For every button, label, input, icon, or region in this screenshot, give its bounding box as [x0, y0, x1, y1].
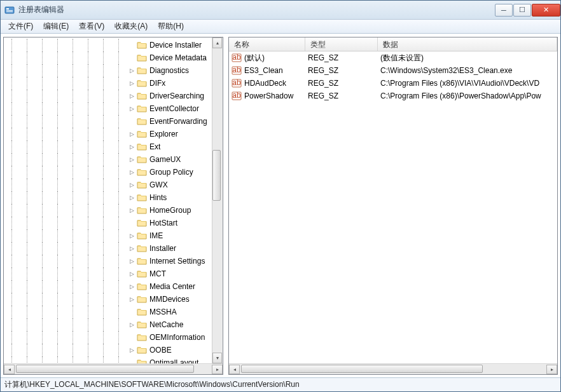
expander-icon[interactable]: ▷	[128, 169, 135, 176]
expander-icon[interactable]: ▷	[128, 347, 135, 354]
menu-bar: 文件(F) 编辑(E) 查看(V) 收藏夹(A) 帮助(H)	[1, 20, 560, 34]
tree-item[interactable]: ▷MMDevices	[6, 293, 223, 306]
expander-icon[interactable]: ▷	[128, 207, 135, 214]
tree-item[interactable]: ▷OOBE	[6, 344, 223, 356]
scroll-thumb[interactable]	[241, 365, 483, 373]
tree-item[interactable]: ▷DIFx	[6, 77, 223, 90]
maximize-button[interactable]: ☐	[513, 4, 531, 17]
tree-item[interactable]: ▷EventCollector	[6, 102, 223, 115]
menu-favorites[interactable]: 收藏夹(A)	[109, 20, 153, 33]
tree-item[interactable]: OEMInformation	[6, 331, 223, 344]
svg-rect-1	[6, 8, 9, 10]
tree-item[interactable]: ▷Hints	[6, 191, 223, 204]
tree-item[interactable]: ▷Ext	[6, 140, 223, 153]
scroll-right-button[interactable]: ▸	[212, 365, 223, 374]
expander-icon[interactable]: ▷	[128, 105, 135, 112]
value-name: PowerShadow	[244, 91, 293, 100]
tree-item-label: OptimalLayout	[149, 358, 198, 363]
scroll-down-button[interactable]: ▾	[212, 353, 222, 363]
tree-item[interactable]: ▷IME	[6, 229, 223, 242]
scroll-left-button[interactable]: ◂	[4, 365, 15, 374]
tree-item-label: GameUX	[149, 155, 181, 164]
tree-vertical-scrollbar[interactable]: ▴ ▾	[212, 37, 223, 363]
window-title: 注册表编辑器	[18, 4, 64, 15]
tree-item[interactable]: ▷GWX	[6, 179, 223, 191]
tree-item[interactable]: ▷GameUX	[6, 153, 223, 166]
expander-icon[interactable]: ▷	[128, 80, 135, 87]
tree-item[interactable]: HotStart	[6, 217, 223, 229]
folder-icon	[137, 142, 147, 152]
list-row[interactable]: abPowerShadowREG_SZC:\Program Files (x86…	[229, 90, 557, 102]
expander-icon[interactable]: ▷	[128, 245, 135, 252]
folder-icon	[137, 65, 147, 76]
menu-view[interactable]: 查看(V)	[74, 20, 109, 33]
tree-item[interactable]: ▷MCT	[6, 267, 223, 280]
tree-item[interactable]: MSSHA	[6, 306, 223, 318]
column-header-data[interactable]: 数据	[378, 37, 557, 51]
values-list[interactable]: ab(默认)REG_SZ(数值未设置)abES3_CleanREG_SZC:\W…	[229, 51, 557, 363]
tree-item[interactable]: ▷DriverSearching	[6, 90, 223, 102]
tree-item[interactable]: ▷Group Policy	[6, 166, 223, 179]
tree-item[interactable]: ▷HomeGroup	[6, 204, 223, 217]
expander-icon	[128, 334, 135, 341]
tree-item-label: Hints	[149, 193, 167, 202]
title-bar[interactable]: 注册表编辑器 ─ ☐ ✕	[1, 1, 560, 20]
tree-item[interactable]: ▷Installer	[6, 242, 223, 255]
value-name: HDAudDeck	[244, 79, 286, 88]
scroll-track[interactable]	[240, 365, 546, 374]
expander-icon[interactable]: ▷	[128, 93, 135, 100]
expander-icon[interactable]: ▷	[128, 182, 135, 189]
scroll-up-button[interactable]: ▴	[212, 37, 222, 48]
tree-item[interactable]: ▷Diagnostics	[6, 64, 223, 77]
scroll-track[interactable]	[15, 365, 212, 374]
column-header-type[interactable]: 类型	[305, 37, 378, 51]
column-header-name[interactable]: 名称	[229, 37, 305, 51]
list-horizontal-scrollbar[interactable]: ◂ ▸	[229, 363, 557, 374]
expander-icon[interactable]: ▷	[128, 144, 135, 151]
tree-item-label: Explorer	[149, 130, 178, 139]
menu-help[interactable]: 帮助(H)	[153, 20, 189, 33]
tree-item[interactable]: OptimalLayout	[6, 356, 223, 363]
list-row[interactable]: abHDAudDeckREG_SZC:\Program Files (x86)\…	[229, 77, 557, 90]
scroll-right-button[interactable]: ▸	[546, 365, 557, 374]
minimize-button[interactable]: ─	[495, 4, 513, 17]
expander-icon	[128, 118, 135, 125]
menu-edit[interactable]: 编辑(E)	[38, 20, 74, 33]
folder-icon	[137, 358, 147, 363]
tree-item[interactable]: ▷Explorer	[6, 128, 223, 140]
tree-item[interactable]: ▷NetCache	[6, 318, 223, 331]
tree-horizontal-scrollbar[interactable]: ◂ ▸	[4, 363, 223, 374]
expander-icon[interactable]: ▷	[128, 321, 135, 328]
scroll-track[interactable]	[212, 48, 222, 353]
expander-icon[interactable]: ▷	[128, 194, 135, 201]
expander-icon[interactable]: ▷	[128, 156, 135, 163]
tree-item[interactable]: ▷Internet Settings	[6, 255, 223, 267]
tree-item-label: OOBE	[149, 346, 172, 355]
expander-icon[interactable]: ▷	[128, 131, 135, 138]
tree-scroll[interactable]: Device InstallerDevice Metadata▷Diagnost…	[4, 37, 223, 363]
expander-icon[interactable]: ▷	[128, 296, 135, 303]
tree-item[interactable]: EventForwarding	[6, 115, 223, 128]
tree-item[interactable]: Device Metadata	[6, 51, 223, 64]
menu-file[interactable]: 文件(F)	[3, 20, 38, 33]
folder-icon	[137, 91, 147, 101]
scroll-thumb[interactable]	[212, 150, 221, 201]
scroll-thumb[interactable]	[16, 365, 194, 373]
list-row[interactable]: abES3_CleanREG_SZC:\Windows\System32\ES3…	[229, 64, 557, 77]
tree-item-label: Device Metadata	[149, 53, 207, 62]
svg-text:ab: ab	[232, 65, 241, 74]
expander-icon[interactable]: ▷	[128, 283, 135, 290]
folder-icon	[137, 78, 147, 88]
tree-item[interactable]: Device Installer	[6, 39, 223, 51]
expander-icon[interactable]: ▷	[128, 271, 135, 278]
value-type: REG_SZ	[308, 91, 380, 100]
tree-item[interactable]: ▷Media Center	[6, 280, 223, 293]
expander-icon[interactable]: ▷	[128, 258, 135, 265]
expander-icon[interactable]: ▷	[128, 67, 135, 74]
expander-icon[interactable]: ▷	[128, 233, 135, 240]
close-button[interactable]: ✕	[532, 4, 560, 17]
list-row[interactable]: ab(默认)REG_SZ(数值未设置)	[229, 51, 557, 64]
value-type: REG_SZ	[308, 66, 380, 75]
tree-item-label: MCT	[149, 269, 166, 278]
scroll-left-button[interactable]: ◂	[229, 365, 240, 374]
